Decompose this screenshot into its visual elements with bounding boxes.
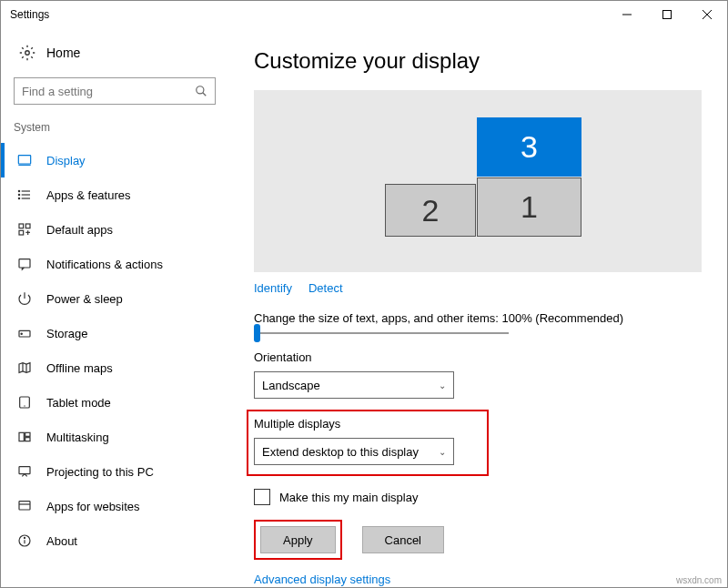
nav-label: Apps & features: [46, 188, 131, 202]
text-size-slider[interactable]: [254, 332, 509, 334]
sidebar: Home System Display Apps & features Defa…: [1, 28, 228, 587]
about-icon: [17, 533, 32, 548]
search-field[interactable]: [22, 85, 195, 98]
orientation-label: Orientation: [254, 350, 702, 364]
svg-rect-16: [25, 224, 30, 228]
svg-rect-17: [19, 230, 24, 235]
window-controls: [607, 2, 727, 27]
nav-storage[interactable]: Storage: [1, 316, 228, 350]
chevron-down-icon: ⌄: [439, 380, 446, 390]
display-preview[interactable]: 3 2 1: [254, 90, 702, 272]
power-icon: [17, 291, 32, 306]
svg-rect-15: [19, 224, 24, 228]
nav-about[interactable]: About: [1, 523, 228, 558]
nav-label: Offline maps: [46, 361, 113, 375]
main-display-label: Make this my main display: [279, 491, 418, 504]
nav-label: Apps for websites: [46, 500, 140, 513]
main-display-checkbox-row[interactable]: Make this my main display: [254, 489, 702, 505]
chevron-down-icon: ⌄: [439, 447, 446, 457]
project-icon: [17, 464, 32, 479]
nav-default-apps[interactable]: Default apps: [1, 212, 228, 247]
svg-rect-29: [19, 432, 24, 441]
gear-icon: [19, 45, 35, 61]
nav-power-sleep[interactable]: Power & sleep: [1, 281, 228, 316]
home-button[interactable]: Home: [1, 45, 228, 77]
multiple-displays-label: Multiple displays: [254, 417, 478, 431]
minimize-button[interactable]: [607, 2, 647, 27]
display-icon: [17, 153, 32, 167]
svg-point-12: [18, 190, 19, 191]
multiple-displays-value: Extend desktop to this display: [262, 445, 419, 459]
maps-icon: [17, 360, 32, 375]
nav-label: Power & sleep: [46, 292, 123, 306]
section-label: System: [1, 121, 228, 143]
nav-label: Notifications & actions: [46, 258, 163, 271]
nav-label: Projecting to this PC: [46, 465, 154, 479]
svg-line-6: [203, 93, 207, 96]
svg-point-4: [25, 51, 30, 56]
nav-offline-maps[interactable]: Offline maps: [1, 350, 228, 385]
svg-rect-1: [663, 10, 672, 18]
notify-icon: [17, 257, 32, 271]
slider-thumb[interactable]: [254, 324, 260, 342]
nav-notifications[interactable]: Notifications & actions: [1, 247, 228, 281]
nav-label: About: [46, 534, 77, 548]
nav-label: Default apps: [46, 223, 113, 237]
main-panel: Customize your display 3 2 1 Identify De…: [228, 28, 727, 587]
search-icon: [195, 85, 207, 97]
orientation-value: Landscape: [262, 379, 320, 392]
highlight-box-apply: Apply: [254, 520, 342, 560]
storage-icon: [17, 326, 32, 340]
svg-rect-30: [25, 432, 30, 436]
highlight-box-multiple-displays: Multiple displays Extend desktop to this…: [247, 410, 489, 476]
nav-tablet-mode[interactable]: Tablet mode: [1, 385, 228, 420]
svg-point-37: [24, 537, 25, 538]
apply-button[interactable]: Apply: [260, 526, 336, 553]
close-button[interactable]: [687, 2, 727, 27]
main-display-checkbox[interactable]: [254, 489, 270, 505]
orientation-dropdown[interactable]: Landscape ⌄: [254, 371, 454, 399]
multiple-displays-dropdown[interactable]: Extend desktop to this display ⌄: [254, 438, 454, 465]
identify-link[interactable]: Identify: [254, 281, 292, 295]
svg-point-13: [18, 194, 19, 195]
svg-point-14: [18, 198, 19, 198]
home-label: Home: [46, 46, 80, 60]
nav-projecting[interactable]: Projecting to this PC: [1, 454, 228, 489]
nav-apps-websites[interactable]: Apps for websites: [1, 489, 228, 523]
tablet-icon: [17, 395, 32, 410]
multi-icon: [17, 430, 32, 444]
monitor-2[interactable]: 2: [385, 184, 476, 237]
nav-apps-features[interactable]: Apps & features: [1, 177, 228, 212]
svg-rect-20: [19, 259, 30, 268]
monitor-1[interactable]: 1: [477, 177, 581, 237]
cancel-button[interactable]: Cancel: [362, 526, 444, 553]
nav-label: Storage: [46, 327, 88, 340]
monitor-3[interactable]: 3: [477, 117, 581, 177]
titlebar: Settings: [1, 1, 727, 28]
nav-label: Multitasking: [46, 431, 109, 444]
svg-point-5: [197, 86, 204, 94]
nav-label: Display: [46, 154, 86, 167]
advanced-display-settings-link[interactable]: Advanced display settings: [254, 573, 390, 586]
maximize-button[interactable]: [647, 2, 687, 27]
nav-multitasking[interactable]: Multitasking: [1, 420, 228, 454]
window-title: Settings: [10, 8, 607, 21]
svg-point-23: [21, 333, 22, 334]
nav-display[interactable]: Display: [1, 143, 228, 177]
svg-marker-24: [19, 363, 30, 373]
svg-rect-33: [19, 502, 30, 510]
page-title: Customize your display: [254, 48, 702, 74]
svg-rect-31: [25, 438, 30, 441]
svg-rect-32: [19, 467, 30, 474]
detect-link[interactable]: Detect: [308, 281, 343, 295]
search-input[interactable]: [14, 77, 216, 105]
defaults-icon: [17, 222, 32, 237]
nav-label: Tablet mode: [46, 396, 111, 410]
svg-rect-7: [18, 156, 30, 164]
nav-list: Display Apps & features Default apps Not…: [1, 143, 228, 558]
list-icon: [17, 188, 32, 202]
text-size-label: Change the size of text, apps, and other…: [254, 311, 702, 325]
webapps-icon: [17, 499, 32, 513]
watermark: wsxdn.com: [676, 575, 722, 585]
